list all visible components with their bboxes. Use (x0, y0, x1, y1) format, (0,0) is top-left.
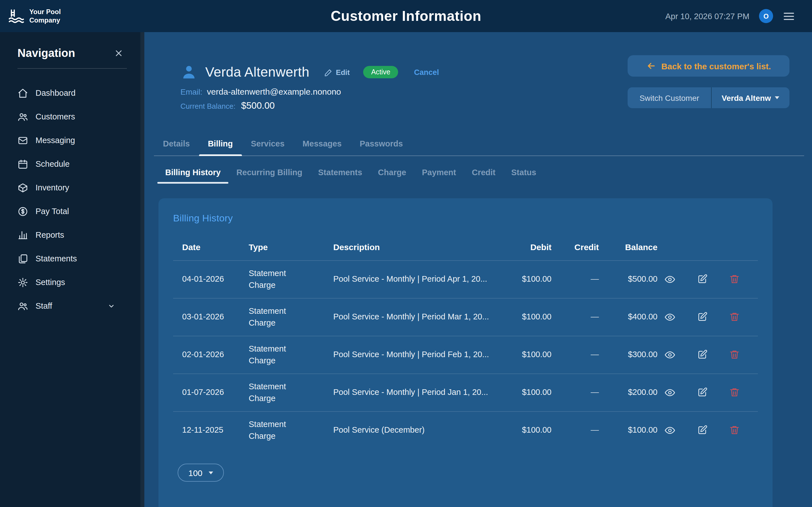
subtab-status[interactable]: Status (503, 168, 544, 184)
page-size-select[interactable]: 100 (177, 464, 224, 482)
sidebar-item-statements[interactable]: Statements (0, 247, 144, 270)
cell-description: Pool Service - Monthly | Period Feb 1, 2… (324, 349, 503, 361)
cell-description: Pool Service (December) (324, 425, 503, 436)
view-icon[interactable] (664, 312, 675, 323)
cell-credit: — (555, 425, 602, 436)
sidebar-item-label: Inventory (36, 183, 69, 192)
subtab-bar: Billing History Recurring Billing Statem… (157, 168, 804, 184)
tab-messages[interactable]: Messages (294, 139, 351, 156)
tab-details[interactable]: Details (154, 139, 199, 156)
top-header: Your Pool Company Customer Information A… (0, 0, 812, 32)
subtab-billing-history[interactable]: Billing History (157, 168, 229, 184)
table-row: 03-01-2026 Statement Charge Pool Service… (173, 298, 758, 336)
subtab-statements[interactable]: Statements (310, 168, 370, 184)
email-value: verda-altenwerth@example.nonono (207, 87, 341, 96)
tab-billing[interactable]: Billing (199, 139, 242, 156)
cell-debit: $100.00 (503, 349, 555, 361)
sidebar-item-label: Messaging (36, 136, 75, 145)
billing-history-card: Billing History Date Type Description De… (158, 198, 772, 507)
sidebar-item-pay-total[interactable]: Pay Total (0, 200, 144, 223)
edit-icon[interactable] (697, 425, 708, 436)
delete-icon[interactable] (729, 274, 740, 285)
view-icon[interactable] (664, 274, 675, 285)
hamburger-menu-icon[interactable] (783, 10, 795, 22)
chevron-down-icon (209, 471, 213, 474)
email-label: Email: (181, 87, 202, 96)
envelope-icon (17, 135, 28, 146)
tab-passwords[interactable]: Passwords (351, 139, 412, 156)
tab-bar: Details Billing Services Messages Passwo… (154, 139, 804, 156)
cell-balance: $400.00 (602, 311, 661, 323)
cell-date: 03-01-2026 (173, 311, 240, 323)
home-icon (17, 88, 28, 98)
cell-type: Statement Charge (240, 343, 324, 367)
topbar-right: Apr 10, 2026 07:27 PM O (665, 9, 812, 23)
edit-customer-button[interactable]: Edit (324, 68, 350, 76)
arrow-left-icon (646, 61, 656, 71)
subtab-credit[interactable]: Credit (464, 168, 503, 184)
cancel-link[interactable]: Cancel (414, 68, 439, 76)
close-icon[interactable] (114, 49, 123, 57)
chevron-down-icon (108, 302, 115, 309)
delete-icon[interactable] (729, 312, 740, 323)
switch-customer-button[interactable]: Switch Customer (627, 87, 711, 108)
cell-credit: — (555, 311, 602, 323)
cell-actions (661, 274, 758, 285)
table-header-row: Date Type Description Debit Credit Balan… (173, 233, 758, 260)
edit-icon[interactable] (697, 274, 708, 285)
sidebar-item-staff[interactable]: Staff (0, 294, 144, 318)
cell-debit: $100.00 (503, 387, 555, 399)
table-row: 04-01-2026 Statement Charge Pool Service… (173, 260, 758, 298)
table-row: 01-07-2026 Statement Charge Pool Service… (173, 374, 758, 411)
cell-description: Pool Service - Monthly | Period Mar 1, 2… (324, 311, 503, 323)
sidebar-item-label: Pay Total (36, 207, 69, 216)
view-icon[interactable] (664, 387, 675, 398)
table-row: 12-11-2025 Statement Charge Pool Service… (173, 411, 758, 449)
sidebar-item-messaging[interactable]: Messaging (0, 128, 144, 152)
view-icon[interactable] (664, 425, 675, 436)
edit-icon[interactable] (697, 387, 708, 398)
sidebar-item-label: Reports (36, 230, 64, 239)
sidebar-item-settings[interactable]: Settings (0, 270, 144, 294)
chevron-down-icon (775, 96, 779, 99)
view-icon[interactable] (664, 349, 675, 360)
pencil-icon (324, 68, 333, 76)
sidebar-item-schedule[interactable]: Schedule (0, 152, 144, 176)
tab-services[interactable]: Services (242, 139, 294, 156)
cell-date: 04-01-2026 (173, 274, 240, 285)
cell-type: Statement Charge (240, 418, 324, 442)
status-badge: Active (363, 66, 398, 78)
billing-history-table: Date Type Description Debit Credit Balan… (173, 233, 758, 449)
cell-actions (661, 349, 758, 360)
back-to-customers-button[interactable]: Back to the customer's list. (627, 55, 790, 76)
switch-customer-control: Switch Customer Verda Altenw (627, 87, 790, 108)
package-icon (17, 182, 28, 193)
delete-icon[interactable] (729, 425, 740, 436)
delete-icon[interactable] (729, 349, 740, 360)
customer-select-dropdown[interactable]: Verda Altenw (712, 87, 790, 108)
sidebar-item-customers[interactable]: Customers (0, 105, 144, 128)
edit-icon[interactable] (697, 312, 708, 323)
cell-type: Statement Charge (240, 268, 324, 291)
col-credit: Credit (555, 242, 602, 251)
cell-date: 01-07-2026 (173, 387, 240, 399)
cell-actions (661, 425, 758, 436)
subtab-payment[interactable]: Payment (414, 168, 464, 184)
sidebar-item-reports[interactable]: Reports (0, 223, 144, 247)
cell-balance: $300.00 (602, 349, 661, 361)
edit-icon[interactable] (697, 349, 708, 360)
app-root: Your Pool Company Customer Information A… (0, 0, 812, 507)
cell-date: 02-01-2026 (173, 349, 240, 361)
table-row: 02-01-2026 Statement Charge Pool Service… (173, 336, 758, 374)
cell-credit: — (555, 349, 602, 361)
cell-description: Pool Service - Monthly | Period Jan 1, 2… (324, 387, 503, 399)
cell-type: Statement Charge (240, 381, 324, 404)
staff-icon (17, 300, 28, 311)
user-avatar[interactable]: O (759, 9, 773, 23)
people-icon (17, 111, 28, 122)
subtab-recurring-billing[interactable]: Recurring Billing (229, 168, 310, 184)
delete-icon[interactable] (729, 387, 740, 398)
sidebar-item-inventory[interactable]: Inventory (0, 176, 144, 200)
subtab-charge[interactable]: Charge (370, 168, 414, 184)
sidebar-item-dashboard[interactable]: Dashboard (0, 81, 144, 105)
